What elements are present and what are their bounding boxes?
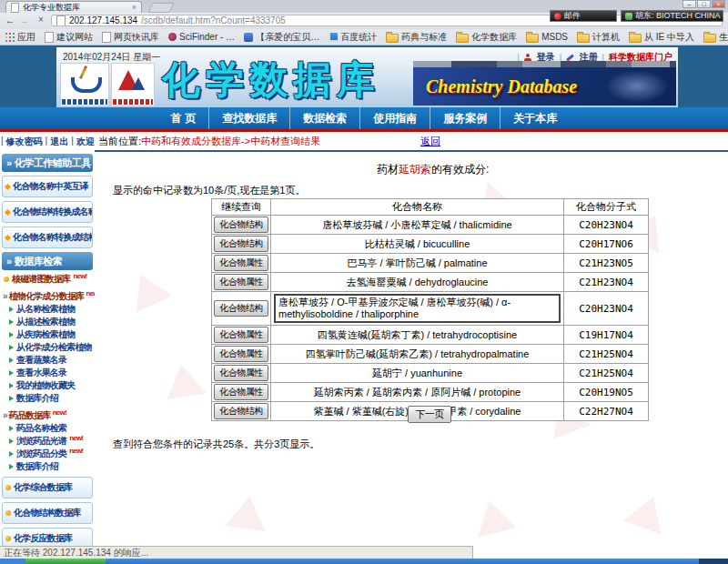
contact-overlay-label: 胡东: BIOTECH CHINA xyxy=(635,10,721,22)
table-row: 化合物属性 延胡索丙素 / 延胡索内素 / 原阿片碱 / protopine C… xyxy=(212,383,649,402)
chevrons-icon: » xyxy=(3,291,7,302)
sidebar-item-plant-db-intro[interactable]: 数据库介绍 xyxy=(0,392,95,405)
taskbar-edge xyxy=(0,559,728,564)
bookmark-dear-baby[interactable]: 【亲爱的宝贝… xyxy=(244,31,319,44)
bookmark-folder-chem-db[interactable]: 化学数据库 xyxy=(456,31,517,44)
compound-property-button[interactable]: 化合物属性 xyxy=(214,274,268,290)
arrow-icon xyxy=(9,464,14,469)
compound-name: 延胡宁 / yuanhunine xyxy=(271,364,564,383)
sidebar-item-nmr-db[interactable]: 核磁谱图数据库new! xyxy=(0,273,95,286)
table-row: 化合物属性 延胡宁 / yuanhunine C21H25NO4 xyxy=(212,364,649,383)
forward-icon[interactable]: → xyxy=(18,15,31,25)
nav-user-guide[interactable]: 使用指南 xyxy=(360,107,430,129)
apps-grid-icon xyxy=(5,33,15,42)
welcome-page-link[interactable]: 欢迎页面 xyxy=(76,136,95,148)
tab-close-icon[interactable]: × xyxy=(132,4,136,12)
compound-name: 唐松草坡芬碱 / 小唐松草定碱 / thalicmidine xyxy=(271,216,564,235)
nav-service-cases[interactable]: 服务案例 xyxy=(430,107,500,129)
stop-icon[interactable]: × xyxy=(35,15,47,25)
next-page-button[interactable]: 下一页 xyxy=(408,406,451,423)
return-link[interactable]: 返回 xyxy=(420,135,440,148)
bookmark-baidu-tongji[interactable]: 百度统计 xyxy=(329,31,377,44)
sidebar-group-drug-db[interactable]: »药品数据库new! xyxy=(0,409,95,422)
logout-link[interactable]: 退出 xyxy=(50,136,68,148)
bookmark-scifinder[interactable]: SciFinder - … xyxy=(168,32,235,42)
compound-name: 延胡索丙素 / 延胡索内素 / 原阿片碱 / protopine xyxy=(271,383,564,402)
compound-property-button[interactable]: 化合物属性 xyxy=(214,384,268,400)
sidebar-item-drug-db-intro[interactable]: 数据库介绍 xyxy=(0,460,95,473)
herb-name: 延胡索 xyxy=(399,163,431,176)
compound-property-button[interactable]: 化合物属性 xyxy=(214,365,268,381)
sidebar-item-compound-structure-db[interactable]: 化合物结构数据库 xyxy=(2,502,93,524)
bookmark-folder-life[interactable]: 生活相关 xyxy=(703,31,728,44)
sidebar-item-search-plant-by-description[interactable]: 从描述检索植物 xyxy=(0,316,95,328)
sidebar-item-structure-to-name[interactable]: 化合物结构转换成名称 xyxy=(2,201,93,223)
institute-logo xyxy=(111,63,155,106)
arrow-icon xyxy=(9,438,14,444)
bullet-icon xyxy=(5,536,11,541)
sidebar-item-browse-drug-categories[interactable]: 浏览药品分类new! xyxy=(0,448,95,460)
sidebar-item-search-plant-by-component[interactable]: 从化学成分检索植物 xyxy=(0,341,95,354)
sidebar-item-name-translate[interactable]: 化合物名称中英互译 xyxy=(2,176,93,197)
results-panel: 当前位置: 中药和有效成分数据库->中药材查询结果 返回 药材延胡索的有效成分:… xyxy=(95,132,728,559)
maximize-icon[interactable]: □ xyxy=(697,0,711,8)
mail-overlay-window[interactable]: 邮件 xyxy=(550,10,617,22)
sidebar-item-name-to-structure[interactable]: 化合物名称转换成结构 xyxy=(2,227,93,248)
sidebar-item-search-plant-by-disease[interactable]: 从疾病检索植物 xyxy=(0,328,95,341)
sidebar-item-search-plant-by-name[interactable]: 从名称检索植物 xyxy=(0,303,95,316)
folder-icon xyxy=(703,34,716,43)
compound-property-button[interactable]: 化合物属性 xyxy=(214,255,268,271)
site-title-en: Chemistry Database xyxy=(426,76,577,97)
sidebar: |修改密码 |退出 |欢迎页面 »化学工作辅助工具 化合物名称中英互译 化合物结… xyxy=(0,132,95,559)
compound-property-button[interactable]: 化合物属性 xyxy=(214,346,268,362)
bookmark-folder-ie-import[interactable]: 从 IE 中导入 xyxy=(629,31,694,44)
compound-structure-button[interactable]: 化合物结构 xyxy=(214,300,268,317)
compound-structure-button[interactable]: 化合物结构 xyxy=(214,236,268,252)
close-icon[interactable]: × xyxy=(712,0,725,8)
back-icon[interactable]: ← xyxy=(4,15,16,25)
compound-property-button[interactable]: 化合物属性 xyxy=(214,327,268,343)
bookmark-suggested-sites[interactable]: 建议网站 xyxy=(45,31,93,44)
bookmark-apps[interactable]: 应用 xyxy=(5,31,35,44)
sidebar-item-vegetable-list[interactable]: 查看蔬菜名录 xyxy=(0,354,95,367)
new-tab-button[interactable] xyxy=(147,3,174,13)
page-icon xyxy=(102,32,111,43)
url-path: /scdb/default.htm?nCount=4333705 xyxy=(141,15,286,25)
sidebar-item-general-chem-db[interactable]: 化学综合数据库 xyxy=(2,477,93,499)
tab-title: 化学专业数据库 xyxy=(23,2,80,14)
sidebar-item-my-plant-favorites[interactable]: 我的植物收藏夹 xyxy=(0,379,95,392)
arrow-icon xyxy=(9,370,14,376)
status-bar: 正在等待 202.127.145.134 的响应... xyxy=(0,546,473,559)
compound-formula: C20H17NO6 xyxy=(564,235,649,254)
sidebar-section-tools: »化学工作辅助工具 xyxy=(2,154,93,172)
bookmark-folder-computer[interactable]: 计算机 xyxy=(577,31,620,44)
bullet-icon xyxy=(5,485,11,490)
nav-data-search[interactable]: 数据检索 xyxy=(290,107,360,129)
nav-find-database[interactable]: 查找数据库 xyxy=(209,107,290,129)
bookmarks-bar: 应用 建议网站 网页快讯库 SciFinder - … 【亲爱的宝贝… 百度统计… xyxy=(0,29,728,45)
browser-tab[interactable]: 化学专业数据库 × xyxy=(5,1,142,13)
table-row: 化合物结构 唐松草坡芬碱 / 小唐松草定碱 / thalicmidine C20… xyxy=(212,216,649,235)
date-line: 2014年02月24日 星期一 xyxy=(63,51,160,64)
page-info: 显示的命中记录数为10条/页,现在是第1页。 xyxy=(113,184,305,197)
bookmark-web-slices[interactable]: 网页快讯库 xyxy=(102,31,159,44)
scifinder-icon xyxy=(168,33,177,41)
compound-formula: C21H25NO4 xyxy=(564,364,649,383)
sidebar-item-fruit-list[interactable]: 查看水果名录 xyxy=(0,367,95,379)
selected-name-box: 唐松草坡芬 / O-甲基异波尔定碱 / 唐松草坡芬(碱) / α-methyli… xyxy=(274,294,561,323)
compound-table: 继续查询 化合物名称 化合物分子式 化合物结构 唐松草坡芬碱 / 小唐松草定碱 … xyxy=(211,198,649,421)
minimize-icon[interactable]: – xyxy=(682,0,696,8)
table-header-row: 继续查询 化合物名称 化合物分子式 xyxy=(212,199,649,216)
bookmark-folder-pharmacopoeia[interactable]: 药典与标准 xyxy=(386,31,447,44)
new-badge: new! xyxy=(69,446,83,457)
bookmark-folder-msds[interactable]: MSDS xyxy=(526,32,568,43)
table-row: 化合物结构 唐松草坡芬 / O-甲基异波尔定碱 / 唐松草坡芬(碱) / α-m… xyxy=(212,292,649,326)
compound-structure-button[interactable]: 化合物结构 xyxy=(214,217,268,233)
sidebar-group-phytochemistry-db[interactable]: »植物化学成分数据库new! xyxy=(0,290,95,303)
compound-name: 四氢掌叶防己碱(延胡索乙素) / tetrahydropalmatine xyxy=(271,345,564,364)
site-title-cn: 化学数据库 xyxy=(162,55,380,106)
contact-overlay-window[interactable]: 胡东: BIOTECH CHINA xyxy=(621,10,723,22)
change-password-link[interactable]: 修改密码 xyxy=(6,136,43,148)
nav-home[interactable]: 首 页 xyxy=(158,107,209,129)
nav-about[interactable]: 关于本库 xyxy=(500,107,570,129)
